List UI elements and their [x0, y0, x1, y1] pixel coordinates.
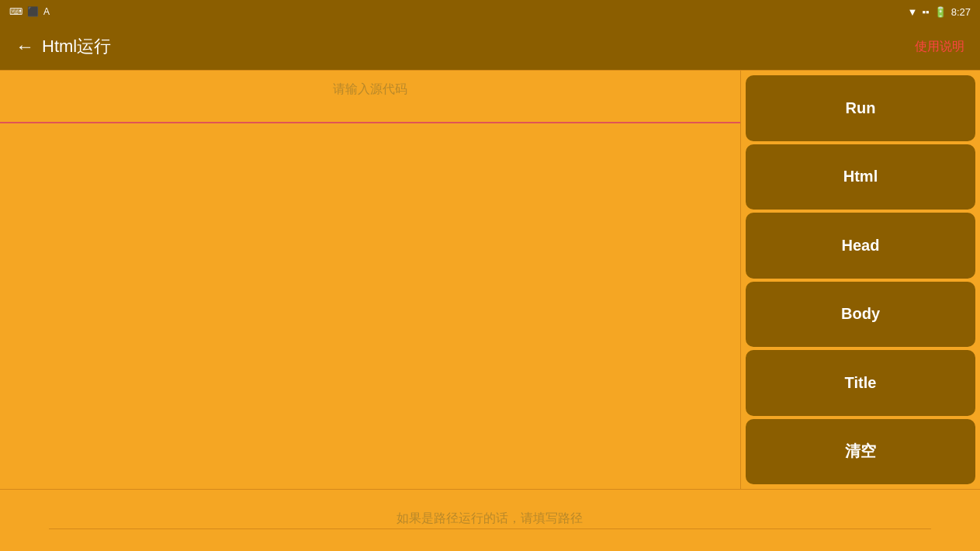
status-bar: ⌨ ⬛ A ▼ ▪▪ 🔋 8:27	[0, 0, 980, 23]
status-bar-left: ⌨ ⬛ A	[9, 6, 50, 17]
run-button[interactable]: Run	[746, 75, 975, 141]
code-area	[0, 71, 741, 489]
footer-divider	[49, 528, 931, 529]
title-bar-left: ← Html运行	[16, 35, 111, 58]
input-icon: ⬛	[27, 6, 39, 17]
clear-button[interactable]: 清空	[746, 419, 975, 485]
head-button[interactable]: Head	[746, 213, 975, 279]
main-content: Run Html Head Body Title 清空	[0, 70, 980, 489]
clock: 8:27	[951, 6, 971, 18]
code-body	[0, 123, 740, 489]
page-title: Html运行	[42, 35, 111, 58]
buttons-panel: Run Html Head Body Title 清空	[741, 71, 980, 489]
keyboard-icon: ⌨	[9, 6, 23, 17]
path-input[interactable]	[98, 511, 881, 525]
footer	[0, 489, 980, 551]
battery-icon: 🔋	[934, 6, 947, 18]
help-link[interactable]: 使用说明	[915, 39, 964, 55]
signal-icon: ▪▪	[922, 6, 929, 18]
html-button[interactable]: Html	[746, 144, 975, 210]
status-bar-right: ▼ ▪▪ 🔋 8:27	[908, 6, 971, 18]
title-button[interactable]: Title	[746, 350, 975, 416]
title-bar: ← Html运行 使用说明	[0, 23, 980, 70]
body-button[interactable]: Body	[746, 282, 975, 348]
code-input[interactable]	[0, 71, 740, 123]
wifi-icon: ▼	[908, 6, 918, 18]
a-icon: A	[43, 6, 50, 17]
back-button[interactable]: ←	[16, 36, 34, 57]
